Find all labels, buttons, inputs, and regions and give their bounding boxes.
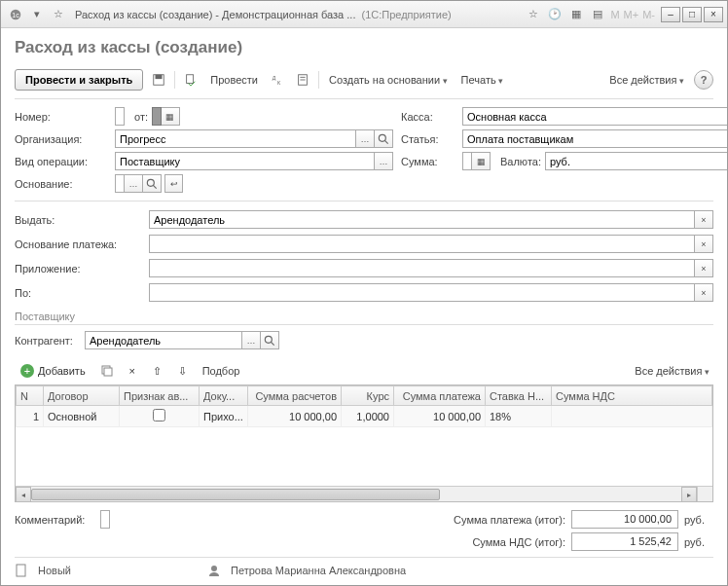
open-icon[interactable] <box>375 129 393 148</box>
calc-picker-icon[interactable]: ▦ <box>472 152 491 170</box>
article-label: Статья: <box>401 133 455 145</box>
col-n[interactable]: N <box>17 386 44 406</box>
org-input[interactable] <box>115 129 356 148</box>
basis-input[interactable] <box>115 174 125 193</box>
statusbar: Новый Петрова Марианна Александровна <box>15 557 713 579</box>
delete-row-icon[interactable]: × <box>123 361 142 381</box>
payment-basis-input[interactable] <box>149 235 695 253</box>
move-down-icon[interactable]: ⇩ <box>173 361 193 381</box>
history-icon[interactable]: 🕑 <box>546 6 564 23</box>
memory-mplus[interactable]: M+ <box>624 9 639 20</box>
vat-total-label: Сумма НДС (итог): <box>472 536 565 548</box>
currency-input[interactable] <box>545 152 727 170</box>
table-row[interactable]: 1 Основной Прихо... 10 000,00 1,0000 10 … <box>17 406 712 427</box>
payment-basis-label: Основание платежа: <box>15 238 141 250</box>
app-icon: 1c <box>7 6 24 23</box>
add-row-button[interactable]: + Добавить <box>15 362 91 380</box>
post-and-close-button[interactable]: Провести и закрыть <box>15 69 143 91</box>
optype-input[interactable] <box>115 152 375 170</box>
kassa-label: Касса: <box>401 111 455 123</box>
sum-input[interactable] <box>462 152 472 170</box>
app-name: (1С:Предприятие) <box>361 9 451 20</box>
col-contract[interactable]: Договор <box>44 386 120 406</box>
col-advance[interactable]: Признак ав... <box>120 386 200 406</box>
number-label: Номер: <box>15 111 107 123</box>
svg-line-13 <box>384 140 388 144</box>
help-button[interactable]: ? <box>694 70 713 90</box>
select-icon[interactable]: … <box>375 152 393 170</box>
page-title: Расход из кассы (создание) <box>15 38 713 57</box>
report-icon[interactable] <box>293 70 312 90</box>
col-calcsum[interactable]: Сумма расчетов <box>248 386 342 406</box>
dropdown-icon[interactable]: ▾ <box>28 6 46 23</box>
calendar-picker-icon[interactable]: ▦ <box>162 107 180 126</box>
svg-text:Д: Д <box>273 75 276 81</box>
open-icon[interactable] <box>261 331 279 349</box>
clear-icon[interactable]: × <box>695 283 713 302</box>
close-button[interactable]: × <box>704 7 723 22</box>
user-icon <box>207 564 221 577</box>
minimize-button[interactable]: – <box>661 7 680 22</box>
create-based-menu[interactable]: Создать на основании <box>325 71 452 89</box>
favorite-icon[interactable]: ☆ <box>525 6 542 23</box>
col-rate[interactable]: Курс <box>342 386 394 406</box>
maximize-button[interactable]: □ <box>682 7 702 22</box>
clear-icon[interactable]: × <box>695 210 713 229</box>
by-label: По: <box>15 287 141 299</box>
plus-icon: + <box>20 364 34 378</box>
col-doc[interactable]: Доку... <box>200 386 248 406</box>
select-icon[interactable]: … <box>356 129 375 148</box>
article-input[interactable] <box>462 129 727 148</box>
svg-text:К: К <box>277 80 281 86</box>
svg-rect-4 <box>187 75 194 84</box>
clear-icon[interactable]: × <box>695 235 713 253</box>
issue-label: Выдать: <box>15 214 141 226</box>
advance-checkbox[interactable] <box>153 409 165 421</box>
open-icon[interactable] <box>143 174 162 193</box>
number-input[interactable] <box>115 107 125 126</box>
calendar-icon[interactable]: ▤ <box>589 6 606 23</box>
selection-button[interactable]: Подбор <box>199 362 244 380</box>
back-arrow-icon[interactable]: ↩ <box>164 174 183 193</box>
svg-rect-24 <box>17 565 25 576</box>
issue-input[interactable] <box>149 210 695 229</box>
dt-kt-icon[interactable]: ДК <box>268 70 287 90</box>
svg-rect-3 <box>156 75 163 79</box>
col-vatrate[interactable]: Ставка Н... <box>486 386 552 406</box>
from-label: от: <box>134 111 148 123</box>
select-icon[interactable]: … <box>125 174 143 193</box>
main-toolbar: Провести и закрыть Провести ДК Создать н… <box>15 65 713 99</box>
contragent-input[interactable] <box>85 331 242 349</box>
table-all-actions-menu[interactable]: Все действия <box>631 362 713 380</box>
print-menu[interactable]: Печать <box>457 71 508 89</box>
post-button[interactable]: Провести <box>206 71 262 89</box>
optype-label: Вид операции: <box>15 156 107 167</box>
col-vatsum[interactable]: Сумма НДС <box>552 386 712 406</box>
col-paysum[interactable]: Сумма платежа <box>394 386 486 406</box>
svg-rect-23 <box>104 368 112 376</box>
calc-icon[interactable]: ▦ <box>567 6 585 23</box>
clear-icon[interactable]: × <box>695 259 713 277</box>
vat-total-value: 1 525,42 <box>571 532 678 551</box>
date-input[interactable] <box>152 107 162 126</box>
all-actions-menu[interactable]: Все действия <box>605 71 688 89</box>
svg-point-25 <box>211 566 217 571</box>
comment-input[interactable] <box>100 510 110 529</box>
memory-mminus[interactable]: M- <box>642 9 655 20</box>
scroll-right-icon[interactable]: ▸ <box>681 487 697 502</box>
scrollbar-thumb[interactable] <box>31 489 440 500</box>
save-icon[interactable] <box>149 70 168 90</box>
star-icon[interactable]: ☆ <box>50 6 67 23</box>
copy-row-icon[interactable] <box>97 361 117 381</box>
horizontal-scrollbar[interactable]: ◂ ▸ <box>16 486 697 501</box>
basis-label: Основание: <box>15 178 107 190</box>
memory-m[interactable]: M <box>610 9 619 20</box>
by-input[interactable] <box>149 283 695 302</box>
post-icon[interactable] <box>181 70 200 90</box>
kassa-input[interactable] <box>462 107 727 126</box>
pay-total-unit: руб. <box>684 514 713 526</box>
select-icon[interactable]: … <box>242 331 261 349</box>
move-up-icon[interactable]: ⇧ <box>148 361 167 381</box>
scroll-left-icon[interactable]: ◂ <box>16 487 31 502</box>
attachment-input[interactable] <box>149 259 695 277</box>
